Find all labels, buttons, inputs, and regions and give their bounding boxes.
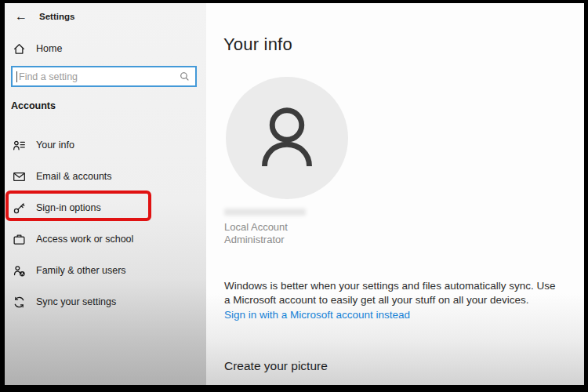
sidebar-nav: Your info Email & accounts [5, 129, 206, 318]
sidebar-item-label: Your info [36, 140, 74, 151]
sidebar-item-sign-in-options[interactable]: Sign-in options [5, 192, 206, 223]
avatar [226, 77, 348, 199]
envelope-icon [13, 170, 26, 183]
app-title: Settings [39, 12, 74, 21]
sync-description: Windows is better when your settings and… [224, 279, 563, 307]
sidebar-item-your-info[interactable]: Your info [5, 129, 206, 161]
sidebar-section-accounts: Accounts [11, 100, 56, 111]
account-name: Local Account [224, 221, 288, 233]
key-icon [13, 201, 26, 215]
search-placeholder: Find a setting [19, 71, 180, 82]
sidebar-item-family-other-users[interactable]: Family & other users [5, 255, 206, 286]
briefcase-icon [13, 233, 26, 246]
sign-in-microsoft-link[interactable]: Sign in with a Microsoft account instead [224, 309, 410, 321]
sidebar-item-label: Email & accounts [36, 171, 112, 182]
sidebar-item-label: Family & other users [36, 265, 126, 276]
search-input[interactable]: Find a setting [11, 66, 197, 87]
sidebar-item-label: Sign-in options [36, 202, 101, 213]
back-arrow-icon[interactable]: ← [15, 10, 31, 23]
page-title: Your info [223, 34, 292, 55]
search-icon[interactable] [180, 71, 190, 82]
sidebar-item-email-accounts[interactable]: Email & accounts [5, 161, 206, 192]
sidebar-item-access-work-school[interactable]: Access work or school [5, 223, 206, 255]
sidebar-item-label: Home [36, 43, 62, 54]
account-role: Administrator [224, 234, 285, 245]
text-caret [16, 71, 17, 82]
redacted-user-name [224, 209, 306, 216]
family-icon [13, 264, 26, 278]
sidebar: ← Settings Home Find a setting Acco [5, 3, 206, 385]
contact-card-icon [13, 139, 26, 152]
home-icon [13, 42, 26, 56]
sidebar-item-sync-settings[interactable]: Sync your settings [5, 286, 206, 318]
sidebar-item-home[interactable]: Home [5, 38, 206, 60]
main-content: Your info Local Account Administrator Wi… [206, 3, 584, 385]
create-picture-heading: Create your picture [224, 359, 328, 373]
person-icon [256, 105, 318, 171]
sidebar-item-label: Sync your settings [36, 296, 116, 307]
titlebar: ← Settings [5, 8, 206, 25]
settings-window: ← Settings Home Find a setting Acco [5, 3, 584, 385]
sync-icon [13, 296, 26, 309]
sidebar-item-label: Access work or school [36, 234, 133, 245]
